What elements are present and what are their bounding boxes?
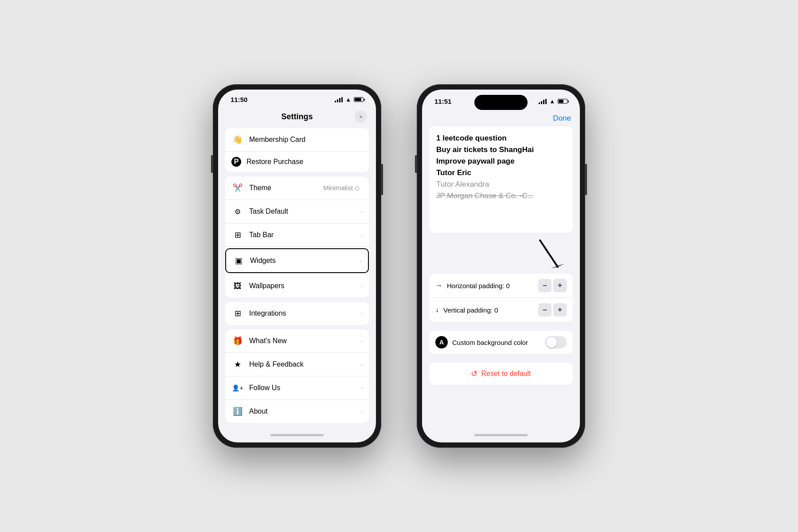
wifi-icon: ▲: [345, 96, 351, 103]
settings-item-tab-bar[interactable]: ⊞ Tab Bar ›: [225, 223, 369, 247]
membership-icon: 👋: [231, 133, 244, 146]
task-item-3: Improve paywall page: [436, 156, 566, 166]
widget-screen: Done 1 leetcode question Buy air tickets…: [422, 109, 580, 427]
task-default-icon: ⚙: [231, 205, 244, 218]
whats-new-label: What's New: [249, 337, 361, 345]
whats-new-chevron: ›: [361, 338, 363, 344]
widgets-chevron: ›: [360, 258, 362, 264]
task-item-2: Buy air tickets to ShangHai: [436, 145, 566, 155]
widgets-icon: ▣: [232, 254, 245, 267]
time-phone1: 11:50: [231, 96, 247, 103]
section-info: 🎁 What's New › ★ Help & Feedback › 👤+ Fo…: [225, 329, 369, 423]
horizontal-icon: →: [435, 282, 442, 289]
custom-bg-label: Custom background color: [452, 339, 545, 346]
close-button[interactable]: ×: [355, 110, 367, 123]
task-item-1: 1 leetcode question: [436, 133, 566, 143]
tab-bar-label: Tab Bar: [249, 231, 361, 239]
tab-bar-chevron: ›: [361, 232, 363, 239]
settings-item-follow-us[interactable]: 👤+ Follow Us ›: [225, 376, 369, 400]
horizontal-stepper: − +: [538, 279, 567, 292]
help-chevron: ›: [361, 361, 363, 368]
widget-preview: 1 leetcode question Buy air tickets to S…: [429, 126, 573, 233]
horizontal-plus-btn[interactable]: +: [553, 279, 567, 292]
horizontal-padding-row: → Horizontal padding: 0 − +: [429, 274, 573, 298]
about-icon: ℹ️: [231, 405, 244, 418]
custom-bg-toggle[interactable]: [545, 336, 567, 348]
help-icon: ★: [231, 358, 244, 371]
settings-item-integrations[interactable]: ⊞ Integrations ›: [225, 302, 369, 325]
wallpapers-icon: 🖼: [231, 280, 244, 292]
battery-icon: [354, 97, 364, 102]
follow-us-label: Follow Us: [249, 384, 361, 392]
vertical-stepper: − +: [538, 303, 567, 317]
horizontal-padding-label: Horizontal padding: 0: [447, 282, 538, 289]
settings-list: 👋 Membership Card P Restore Purchase ✂️ …: [218, 128, 376, 427]
task-default-label: Task Default: [249, 207, 361, 215]
section-appearance: ✂️ Theme Minimalist ◇ ⚙ Task Default › ⊞…: [225, 176, 369, 297]
tab-bar-icon: ⊞: [231, 229, 244, 241]
wifi-icon-p2: ▲: [549, 98, 555, 105]
done-button[interactable]: Done: [553, 114, 571, 123]
vertical-icon: ↓: [435, 306, 439, 314]
widgets-highlighted-wrapper: ▣ Widgets ›: [225, 248, 369, 273]
settings-item-wallpapers[interactable]: 🖼 Wallpapers ›: [225, 274, 369, 297]
signal-bars-p2: [539, 99, 547, 104]
vertical-plus-btn[interactable]: +: [553, 303, 567, 317]
settings-item-help-feedback[interactable]: ★ Help & Feedback ›: [225, 353, 369, 376]
signal-bars: [335, 97, 343, 102]
settings-item-task-default[interactable]: ⚙ Task Default ›: [225, 200, 369, 223]
phone-settings: 11:50 ▲ Settings ×: [213, 84, 381, 448]
settings-item-about[interactable]: ℹ️ About ›: [225, 400, 369, 423]
home-indicator-phone1: [218, 427, 376, 442]
custom-bg-icon: A: [435, 336, 448, 348]
custom-bg-section: A Custom background color: [429, 331, 573, 354]
horizontal-minus-btn[interactable]: −: [538, 279, 552, 292]
settings-item-widgets[interactable]: ▣ Widgets ›: [226, 249, 368, 272]
time-phone2: 11:51: [434, 98, 451, 105]
membership-card-label: Membership Card: [249, 136, 363, 144]
arrow-svg: [531, 238, 567, 274]
section-integrations: ⊞ Integrations ›: [225, 302, 369, 325]
follow-chevron: ›: [361, 385, 363, 391]
about-chevron: ›: [361, 408, 363, 415]
widgets-label: Widgets: [250, 257, 360, 265]
wallpapers-chevron: ›: [361, 283, 363, 289]
reset-button[interactable]: ↺ Reset to default: [429, 363, 573, 385]
settings-item-whats-new[interactable]: 🎁 What's New ›: [225, 329, 369, 353]
arrow-container: [422, 238, 580, 274]
dynamic-island: [474, 95, 528, 110]
home-indicator-phone2: [422, 427, 580, 442]
restore-icon: P: [231, 157, 241, 167]
settings-title: Settings: [239, 112, 355, 121]
settings-header: Settings ×: [218, 107, 376, 128]
custom-bg-row: A Custom background color: [429, 331, 573, 354]
padding-controls: → Horizontal padding: 0 − + ↓ Vertical p…: [429, 274, 573, 322]
widget-header: Done: [422, 109, 580, 126]
task-item-6: JP Morgan Chase & Co. -C...: [436, 191, 566, 201]
task-item-4: Tutor Eric: [436, 168, 566, 178]
integrations-chevron: ›: [361, 310, 363, 317]
status-icons-phone2: ▲: [539, 98, 567, 105]
wallpapers-label: Wallpapers: [249, 282, 361, 290]
settings-item-theme[interactable]: ✂️ Theme Minimalist ◇: [225, 176, 369, 200]
help-label: Help & Feedback: [249, 360, 361, 368]
reset-icon: ↺: [471, 369, 477, 379]
toggle-knob: [546, 337, 557, 348]
phone-widget-settings: 11:51 ▲ Done 1 lee: [417, 84, 585, 448]
theme-label: Theme: [249, 184, 323, 192]
settings-item-membership-card[interactable]: 👋 Membership Card: [225, 128, 369, 152]
integrations-icon: ⊞: [231, 307, 244, 320]
vertical-minus-btn[interactable]: −: [538, 303, 552, 317]
battery-icon-p2: [558, 99, 567, 104]
settings-item-restore-purchase[interactable]: P Restore Purchase: [225, 152, 369, 172]
task-default-chevron: ›: [361, 208, 363, 215]
reset-section: ↺ Reset to default: [429, 363, 573, 385]
theme-icon: ✂️: [231, 182, 244, 194]
integrations-label: Integrations: [249, 309, 361, 317]
vertical-padding-label: Vertical padding: 0: [443, 306, 538, 314]
svg-line-0: [540, 240, 558, 267]
section-membership: 👋 Membership Card P Restore Purchase: [225, 128, 369, 172]
reset-label: Reset to default: [481, 370, 531, 378]
whats-new-icon: 🎁: [231, 335, 244, 347]
about-label: About: [249, 407, 361, 415]
